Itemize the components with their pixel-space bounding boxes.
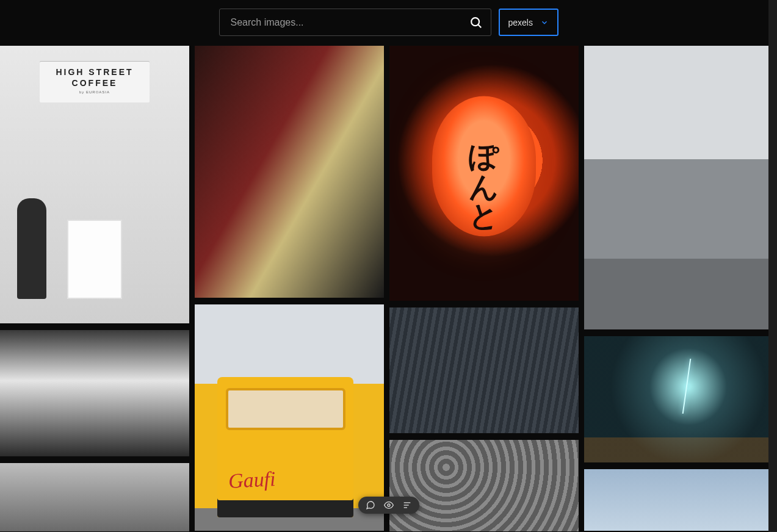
storefront-door [67,220,122,299]
gallery-column: Gaufi [195,46,384,531]
lantern-text: ぽんと [464,124,504,214]
gallery-column: ぽんと [389,46,579,531]
svg-point-2 [388,504,390,506]
scrollbar-track[interactable] [768,0,777,531]
sign-subline: by EUROASIA [45,90,145,94]
image-tile[interactable]: Gaufi [195,304,384,531]
comment-icon[interactable] [366,500,375,510]
header-bar: pexels [0,0,777,46]
floating-toolbar [358,497,419,514]
image-tile[interactable] [0,463,189,531]
image-tile[interactable] [389,307,579,433]
sign-line: COFFEE [45,78,145,88]
truck-window [226,388,345,430]
truck-script: Gaufi [228,467,276,493]
sliders-icon[interactable] [402,500,412,510]
image-tile[interactable] [195,46,384,298]
storefront-sign: HIGH STREET COFFEE by EUROASIA [40,61,150,102]
image-tile[interactable] [584,46,773,329]
source-select-label: pexels [508,18,540,27]
search-input[interactable] [219,9,491,36]
person-silhouette [17,198,46,299]
food-truck: Gaufi [217,377,353,517]
search-container [219,9,491,36]
image-tile[interactable] [584,336,773,462]
image-gallery: HIGH STREET COFFEE by EUROASIA Gaufi ぽんと [0,46,777,531]
gallery-column [584,46,773,531]
gallery-column: HIGH STREET COFFEE by EUROASIA [0,46,189,531]
sign-line: HIGH STREET [45,67,145,77]
image-tile[interactable]: HIGH STREET COFFEE by EUROASIA [0,46,189,323]
chevron-down-icon [540,18,549,27]
image-tile[interactable] [389,440,579,531]
image-tile[interactable] [0,330,189,456]
image-tile[interactable]: ぽんと [389,46,579,301]
eye-icon[interactable] [384,500,394,510]
image-tile[interactable] [584,469,773,531]
lightning-bolt [682,359,692,414]
source-select[interactable]: pexels [499,9,558,36]
